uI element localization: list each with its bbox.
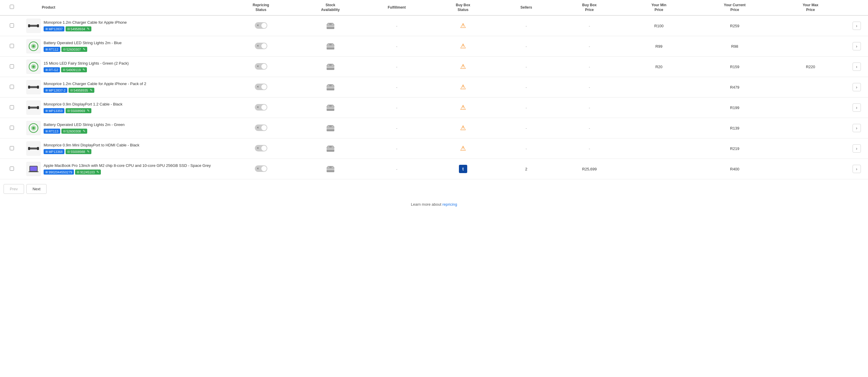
row-detail-button[interactable]: › [852,63,861,71]
table-row: Monoprice 0.9m Mini DisplayPort to HDMI … [0,138,868,159]
warning-icon: ⚠ [460,63,466,70]
min-price-cell: R20 [624,57,693,77]
row-action-cell: › [845,98,868,118]
row-detail-button[interactable]: › [852,42,861,50]
product-info: Monoprice 0.9m DisplayPort 1.2 Cable - B… [43,102,224,113]
sellers-cell: - [498,36,555,57]
row-detail-button[interactable]: › [852,124,861,132]
current-price-value: R400 [730,167,739,171]
product-header: Product [24,0,226,15]
svg-rect-26 [37,106,39,109]
product-tag: ⊟ 55008988 ✎ [66,149,91,154]
product-tags: ⊞ RT113 ⊟ 52600308 ✎ [43,129,224,134]
repricing-status-cell: ✕ [226,77,296,98]
stock-cell [296,36,365,57]
product-tag: ⊟ 55008969 ✎ [66,108,91,113]
row-checkbox[interactable] [10,64,14,68]
table-row: Monoprice 1.2m Charger Cable for Apple i… [0,77,868,98]
fulfillment-value: - [396,105,397,110]
edit-icon[interactable]: ✎ [87,27,90,31]
edit-icon[interactable]: ✎ [83,68,85,72]
row-action-cell: › [845,118,868,138]
row-checkbox[interactable] [10,126,14,130]
product-info: Monoprice 0.9m Mini DisplayPort to HDMI … [43,143,224,154]
row-checkbox[interactable] [10,146,14,150]
table-row: Apple MacBook Pro 13inch with M2 chip 8-… [0,159,868,179]
buybox-price-cell: - [555,98,624,118]
edit-icon[interactable]: ✎ [87,109,90,113]
row-action-cell: › [845,15,868,36]
tag-icon: ⊞ [45,109,48,112]
max-price-cell [776,77,845,98]
repricing-toggle[interactable]: ✕ [255,165,267,172]
prev-button[interactable]: Prev [4,184,24,194]
row-checkbox-cell [0,36,24,57]
row-checkbox-cell [0,138,24,159]
repricing-toggle[interactable]: ✕ [255,22,267,29]
product-tag: ⊞ MP13368 [43,149,64,154]
svg-rect-18 [29,86,38,88]
row-detail-button[interactable]: › [852,22,861,30]
product-name: Monoprice 0.9m DisplayPort 1.2 Cable - B… [43,102,224,107]
pagination-row: Prev Next [0,179,868,199]
current-price-value: R139 [730,126,739,130]
row-checkbox-cell [0,57,24,77]
row-checkbox[interactable] [10,105,14,109]
row-detail-button[interactable]: › [852,103,861,112]
product-tags: ⊞ MP12837 ⊟ 54958934 ✎ [43,26,224,31]
tag-icon: ⊟ [70,89,73,92]
repricing-toggle[interactable]: ✕ [255,145,267,151]
buybox-price-value: - [589,65,590,69]
product-cell: Monoprice 1.2m Charger Cable for Apple i… [24,77,226,98]
repricing-toggle[interactable]: ✕ [255,63,267,70]
repricing-toggle[interactable]: ✕ [255,43,267,49]
repricing-link[interactable]: repricing [442,202,457,207]
svg-point-14 [32,66,35,68]
row-detail-button[interactable]: › [852,83,861,91]
sellers-value: - [526,44,527,48]
row-detail-button[interactable]: › [852,165,861,173]
tag-icon: ⊞ [45,89,48,92]
svg-rect-0 [29,25,38,27]
svg-rect-37 [28,147,30,150]
edit-icon[interactable]: ✎ [83,47,86,51]
product-info: 15 Micro LED Fairy String Lights - Green… [43,61,224,72]
buybox-price-value: - [589,24,590,28]
edit-icon[interactable]: ✎ [83,129,86,133]
row-checkbox-cell [0,159,24,179]
current-price-cell: R139 [693,118,776,138]
repricing-toggle[interactable]: ✕ [255,104,267,110]
fulfillment-cell: - [365,77,428,98]
product-tag: ⊞ RT-G2 [43,67,60,72]
min-price-value: R99 [655,44,662,48]
stock-availability-header: StockAvailability [296,0,365,15]
product-info: Apple MacBook Pro 13inch with M2 chip 8-… [43,163,224,175]
max-price-cell [776,118,845,138]
product-tag: ⊞ MP12837-2 [43,88,67,93]
repricing-toggle[interactable]: ✕ [255,83,267,90]
row-checkbox[interactable] [10,167,14,171]
current-price-value: R159 [730,65,739,69]
edit-icon[interactable]: ✎ [87,150,90,153]
select-all-checkbox[interactable] [10,5,14,9]
product-cell: Apple MacBook Pro 13inch with M2 chip 8-… [24,159,226,179]
min-price-cell: R99 [624,36,693,57]
row-checkbox[interactable] [10,24,14,28]
current-price-cell: R479 [693,77,776,98]
buybox-price-cell: - [555,57,624,77]
edit-icon[interactable]: ✎ [90,88,93,92]
svg-rect-19 [28,85,30,89]
row-checkbox[interactable] [10,44,14,48]
warning-icon: ⚠ [460,42,466,50]
svg-rect-16 [327,66,334,68]
edit-icon[interactable]: ✎ [96,170,99,174]
next-button[interactable]: Next [26,184,47,194]
repricing-toggle[interactable]: ✕ [255,125,267,131]
svg-rect-5 [329,23,332,25]
tag-icon: ⊞ [45,48,48,51]
row-detail-button[interactable]: › [852,144,861,152]
fulfillment-cell: - [365,98,428,118]
fulfillment-value: - [396,167,397,171]
row-checkbox[interactable] [10,85,14,89]
svg-rect-22 [327,86,334,88]
